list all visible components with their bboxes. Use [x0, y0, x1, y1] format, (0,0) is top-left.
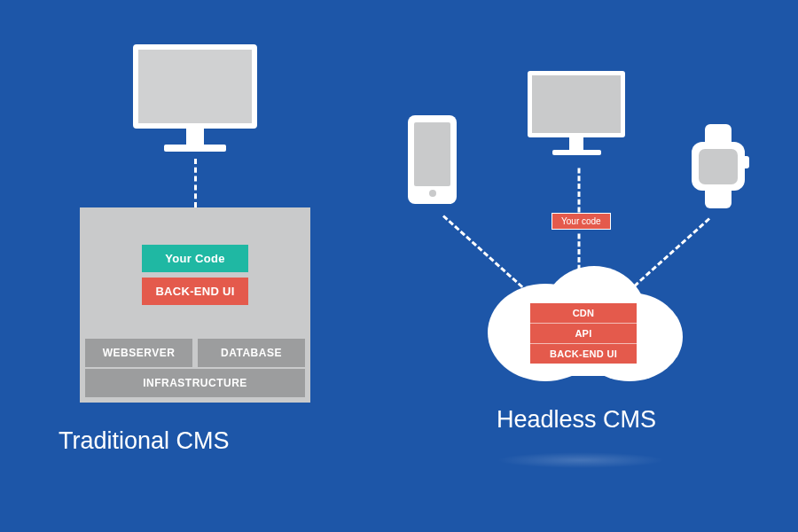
traditional-cms-title: Traditional CMS — [53, 427, 337, 455]
your-code-label: Your Code — [142, 245, 248, 272]
connector-line — [194, 159, 197, 207]
cdn-label: CDN — [530, 303, 637, 323]
your-code-tag: Your code — [552, 213, 611, 230]
cloud-icon: CDN API BACK-END UI — [488, 266, 674, 381]
backend-ui-label: BACK-END UI — [530, 343, 637, 364]
api-label: API — [530, 323, 637, 343]
webserver-label: WEBSERVER — [85, 339, 192, 367]
smartphone-icon — [408, 115, 457, 204]
server-stack-box: Your Code BACK-END UI WEBSERVER DATABASE… — [80, 207, 310, 403]
headless-cms-column: Your code CDN API BACK-END UI Headless C… — [390, 53, 763, 470]
headless-cms-title: Headless CMS — [390, 406, 763, 434]
database-label: DATABASE — [198, 339, 305, 367]
cloud-stack: CDN API BACK-END UI — [530, 303, 637, 364]
desktop-monitor-icon — [528, 71, 625, 155]
desktop-monitor-icon — [133, 44, 257, 152]
cloud-shadow — [497, 452, 665, 468]
traditional-cms-column: Your Code BACK-END UI WEBSERVER DATABASE… — [53, 44, 337, 455]
connector-line — [578, 168, 581, 213]
smartwatch-icon — [692, 124, 745, 208]
infrastructure-label: INFRASTRUCTURE — [85, 369, 305, 397]
backend-ui-label: BACK-END UI — [142, 278, 248, 305]
